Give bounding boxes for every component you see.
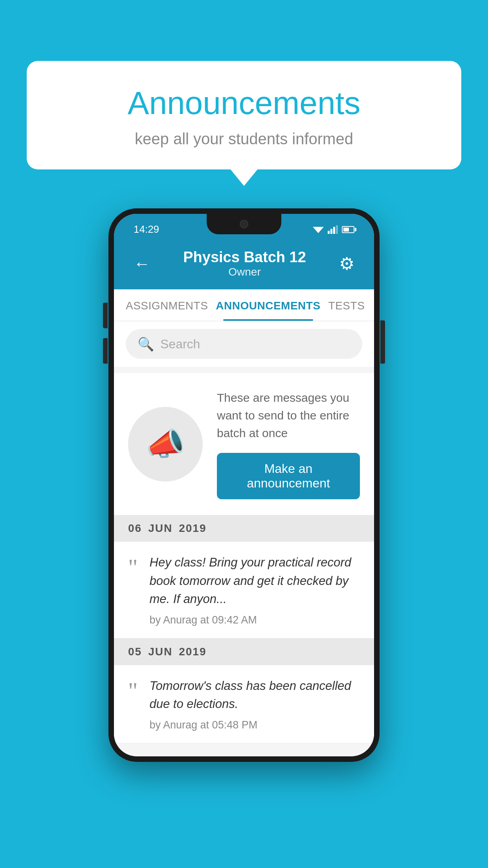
back-button[interactable]: ←: [134, 254, 150, 273]
svg-rect-1: [328, 231, 330, 234]
search-placeholder-text: Search: [160, 337, 200, 351]
phone-screen: 14:29: [114, 214, 374, 756]
settings-icon[interactable]: ⚙: [339, 254, 354, 274]
volume-up-button: [103, 303, 108, 328]
date-separator-2: 05 JUN 2019: [114, 638, 374, 665]
status-time: 14:29: [134, 223, 159, 235]
quote-icon-2: ": [128, 677, 138, 702]
date-separator-1: 06 JUN 2019: [114, 515, 374, 542]
date-month-2: JUN: [148, 645, 172, 658]
owner-role: Owner: [183, 266, 306, 278]
front-camera: [240, 220, 248, 228]
tab-tests[interactable]: TESTS: [325, 289, 369, 321]
battery-icon: [342, 226, 354, 233]
announcement-item-1: " Hey class! Bring your practical record…: [114, 542, 374, 638]
date-day-2: 05: [128, 645, 142, 658]
phone-frame: 14:29: [108, 208, 380, 762]
phone-mockup: 14:29: [108, 208, 380, 762]
prompt-message: These are messages you want to send to t…: [217, 389, 360, 442]
svg-rect-2: [330, 229, 332, 234]
announcement-meta-1: by Anurag at 09:42 AM: [150, 614, 360, 626]
svg-rect-4: [336, 225, 338, 234]
tab-assignments[interactable]: ASSIGNMENTS: [122, 289, 212, 321]
svg-marker-0: [313, 227, 324, 233]
date-day-1: 06: [128, 522, 142, 535]
date-year-1: 2019: [179, 522, 206, 535]
search-section: 🔍 Search: [114, 321, 374, 367]
announcement-item-2: " Tomorrow's class has been cancelled du…: [114, 665, 374, 743]
megaphone-circle: 📣: [128, 407, 203, 482]
speech-bubble-card: Announcements keep all your students inf…: [27, 61, 461, 169]
search-icon: 🔍: [138, 336, 154, 352]
header-title-group: Physics Batch 12 Owner: [183, 249, 306, 278]
svg-rect-3: [333, 227, 335, 234]
quote-icon-1: ": [128, 554, 138, 579]
volume-down-button: [103, 338, 108, 364]
batch-name: Physics Batch 12: [183, 249, 306, 266]
date-month-1: JUN: [148, 522, 172, 535]
bubble-title: Announcements: [54, 85, 434, 121]
announcement-meta-2: by Anurag at 05:48 PM: [150, 719, 360, 731]
bubble-subtitle: keep all your students informed: [54, 130, 434, 148]
notch: [207, 214, 281, 234]
announcement-content-1: Hey class! Bring your practical record b…: [150, 554, 360, 626]
search-input[interactable]: 🔍 Search: [126, 329, 362, 359]
power-button: [380, 320, 385, 364]
speech-bubble-section: Announcements keep all your students inf…: [27, 61, 461, 169]
announcement-text-1: Hey class! Bring your practical record b…: [150, 554, 360, 609]
date-year-2: 2019: [179, 645, 206, 658]
megaphone-icon: 📣: [146, 426, 185, 463]
announcement-prompt-section: 📣 These are messages you want to send to…: [114, 373, 374, 515]
announcement-content-2: Tomorrow's class has been cancelled due …: [150, 677, 360, 731]
make-announcement-button[interactable]: Make an announcement: [217, 453, 360, 499]
announcement-text-2: Tomorrow's class has been cancelled due …: [150, 677, 360, 714]
prompt-content: These are messages you want to send to t…: [217, 389, 360, 499]
tab-bar: ASSIGNMENTS ANNOUNCEMENTS TESTS: [114, 289, 374, 321]
tab-announcements[interactable]: ANNOUNCEMENTS: [212, 289, 324, 321]
app-header: ← Physics Batch 12 Owner ⚙: [114, 240, 374, 289]
status-icons: [313, 225, 354, 234]
wifi-icon: [313, 225, 324, 234]
signal-icon: [328, 225, 338, 234]
